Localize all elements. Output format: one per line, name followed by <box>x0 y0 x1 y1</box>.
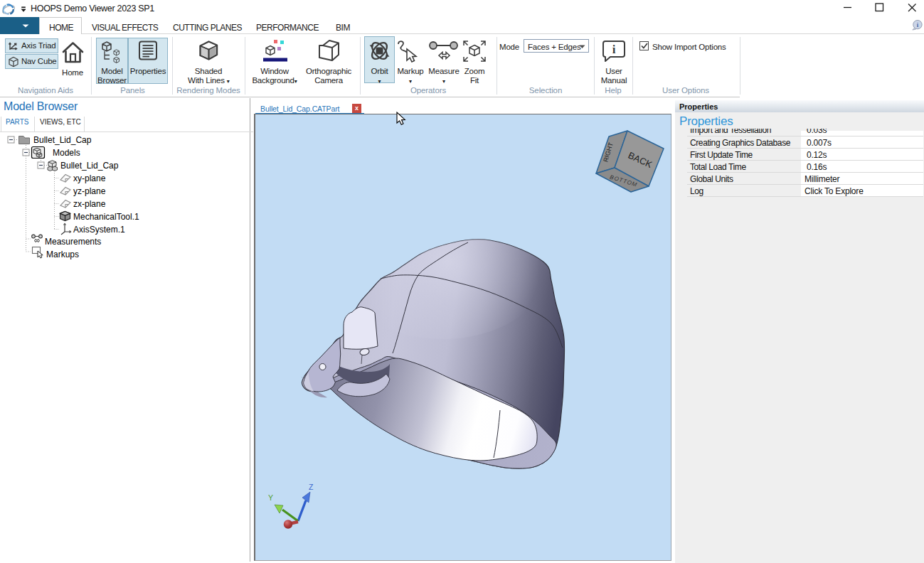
svg-text:Y: Y <box>268 493 273 502</box>
svg-text:i: i <box>612 43 616 56</box>
svg-text:Z: Z <box>309 483 314 491</box>
